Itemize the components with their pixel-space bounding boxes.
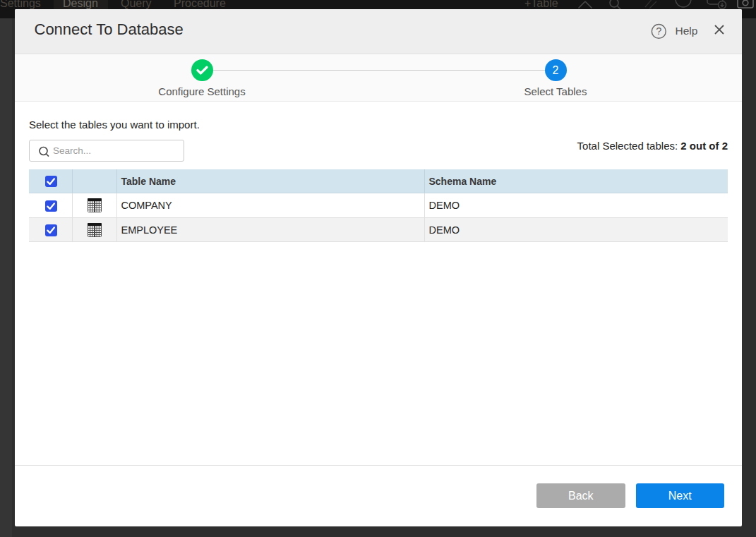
svg-text:?: ? [656,25,661,37]
